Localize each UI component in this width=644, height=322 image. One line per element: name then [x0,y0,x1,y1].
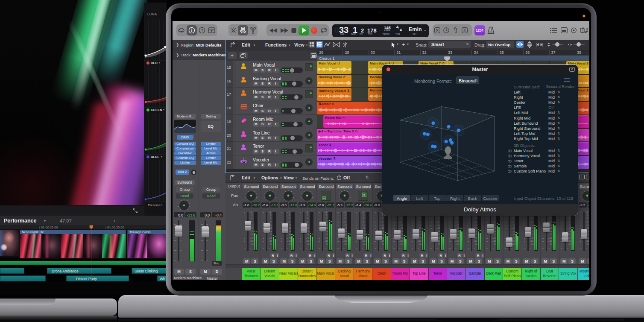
svg-text:i: i [191,28,193,33]
svg-text:?: ? [201,28,203,32]
svg-text:S: S [463,29,466,33]
